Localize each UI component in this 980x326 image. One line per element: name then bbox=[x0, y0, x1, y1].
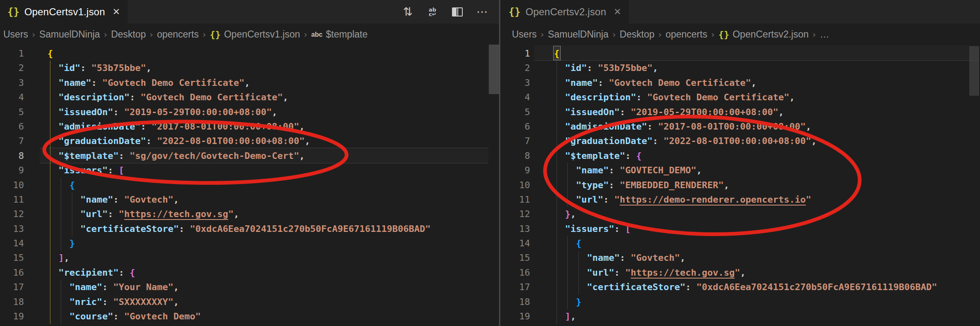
indent-guide bbox=[557, 61, 557, 324]
vertical-scrollbar[interactable] bbox=[969, 46, 979, 96]
code-line: } bbox=[554, 295, 980, 309]
code-line: "$template": { bbox=[554, 149, 980, 163]
breadcrumb-separator-icon: › bbox=[150, 29, 153, 40]
code-line: "name": "GOVTECH_DEMO", bbox=[554, 163, 980, 177]
breadcrumb-item[interactable]: {}OpenCertsv2.json bbox=[718, 29, 809, 40]
tab-bar-left: {} OpenCertsv1.json ✕ ⇅ abc↵ ⋯ bbox=[0, 0, 500, 24]
code-line: "description": "Govtech Demo Certificate… bbox=[554, 90, 980, 104]
breadcrumb-label: SamuelDNinja bbox=[548, 29, 609, 40]
code-line: { bbox=[554, 46, 980, 61]
json-file-icon: {} bbox=[7, 6, 19, 18]
tab-title: OpenCertsv1.json bbox=[24, 6, 105, 18]
breadcrumb-item[interactable]: Desktop bbox=[620, 29, 654, 40]
code-line: "issuedOn": "2019-05-29T00:00:00+08:00", bbox=[48, 105, 500, 119]
link-text[interactable]: https://tech.gov.sg bbox=[124, 209, 228, 219]
editor-pane-left: {} OpenCertsv1.json ✕ ⇅ abc↵ ⋯ Users›Sam… bbox=[0, 0, 500, 326]
split-editor-icon[interactable] bbox=[450, 5, 464, 19]
indent-guide bbox=[61, 178, 61, 251]
code-lines: { "id": "53b75bbe", "name": "Govtech Dem… bbox=[0, 46, 500, 324]
code-line: "url": "https://tech.gov.sg", bbox=[48, 207, 500, 221]
code-line: "name": "Govtech", bbox=[48, 192, 500, 207]
code-line: "type": "EMBEDDED_RENDERER", bbox=[554, 178, 980, 192]
code-line: "course": "Govtech Demo" bbox=[48, 309, 500, 324]
code-line: } bbox=[48, 236, 500, 250]
code-line: "id": "53b75bbe", bbox=[48, 61, 500, 75]
code-line: }, bbox=[554, 207, 980, 221]
code-line: "nric": "SXXXXXXXY", bbox=[48, 295, 500, 309]
code-line: "recipient": { bbox=[48, 265, 500, 280]
code-editor-left[interactable]: 12345678910111213141516171819 { "id": "5… bbox=[0, 45, 500, 326]
breadcrumb-label: Desktop bbox=[111, 29, 146, 40]
breadcrumb-left[interactable]: Users›SamuelDNinja›Desktop›opencerts›{}O… bbox=[0, 24, 500, 45]
indent-guide bbox=[567, 163, 568, 207]
code-line: ], bbox=[48, 250, 500, 265]
indent-guide bbox=[50, 61, 50, 324]
symbol-string-icon: abc bbox=[311, 31, 323, 38]
breadcrumb-label: opencerts bbox=[666, 29, 707, 40]
editor-split-sash[interactable] bbox=[499, 0, 500, 326]
breadcrumb-item[interactable]: SamuelDNinja bbox=[39, 29, 100, 40]
code-line: "description": "Govtech Demo Certificate… bbox=[48, 90, 500, 104]
code-line: "certificateStore": "0xdcA6Eea7024151c27… bbox=[48, 222, 500, 236]
breadcrumb-item[interactable]: Users bbox=[3, 29, 28, 40]
breadcrumb-item[interactable]: opencerts bbox=[157, 29, 199, 40]
indent-guide bbox=[578, 251, 579, 295]
breadcrumb-item[interactable]: {}OpenCertsv1.json bbox=[210, 29, 300, 40]
json-braces-icon: {} bbox=[718, 29, 730, 40]
code-line: "$template": "sg/gov/tech/Govtech-Demo-C… bbox=[48, 149, 500, 163]
link-text[interactable]: https://demo-renderer.opencerts.io bbox=[620, 194, 806, 205]
code-line: "url": "https://demo-renderer.opencerts.… bbox=[554, 192, 980, 207]
code-line: ], bbox=[554, 309, 980, 324]
code-line: "name": "Govtech Demo Certificate", bbox=[48, 76, 500, 90]
code-line: "admissionDate": "2017-08-01T00:00:00+08… bbox=[48, 119, 500, 134]
code-line: "name": "Govtech", bbox=[554, 250, 980, 265]
json-braces-icon: {} bbox=[210, 29, 221, 40]
tab-opencertsv2[interactable]: {} OpenCertsv2.json ✕ bbox=[501, 0, 629, 24]
code-line: "name": "Your Name", bbox=[48, 280, 500, 294]
code-line: { bbox=[554, 236, 980, 250]
breadcrumb-separator-icon: › bbox=[612, 29, 616, 40]
breadcrumb-separator-icon: › bbox=[202, 29, 206, 40]
vertical-scrollbar[interactable] bbox=[489, 45, 499, 94]
code-line: "certificateStore": "0xdcA6Eea7024151c27… bbox=[554, 280, 980, 294]
json-file-icon: {} bbox=[509, 6, 521, 18]
breadcrumb-separator-icon: › bbox=[104, 29, 107, 40]
breadcrumb-item[interactable]: Users bbox=[512, 29, 537, 40]
spell-check-icon[interactable]: abc↵ bbox=[426, 5, 440, 19]
breadcrumb-item[interactable]: … bbox=[820, 29, 829, 40]
code-line: "issuers": [ bbox=[554, 222, 980, 236]
breadcrumb-separator-icon: › bbox=[711, 29, 715, 40]
breadcrumb-separator-icon: › bbox=[540, 29, 544, 40]
breadcrumb-separator-icon: › bbox=[32, 29, 36, 40]
tab-title: OpenCertsv2.json bbox=[526, 6, 606, 18]
link-text[interactable]: https://tech.gov.sg bbox=[630, 267, 735, 278]
breadcrumb-label: Desktop bbox=[620, 29, 654, 40]
code-line: "name": "Govtech Demo Certificate", bbox=[554, 76, 980, 90]
code-editor-right[interactable]: 12345678910111213141516171819 { "id": "5… bbox=[501, 45, 980, 326]
breadcrumb-label: Users bbox=[512, 29, 537, 40]
breadcrumb-label: opencerts bbox=[157, 29, 199, 40]
code-lines: { "id": "53b75bbe", "name": "Govtech Dem… bbox=[501, 46, 980, 324]
close-tab-icon[interactable]: ✕ bbox=[614, 7, 621, 17]
code-line: "graduationDate": "2022-08-01T00:00:00+0… bbox=[48, 134, 500, 148]
breadcrumb-item[interactable]: SamuelDNinja bbox=[548, 29, 609, 40]
indent-guide bbox=[61, 280, 61, 324]
breadcrumb-right[interactable]: Users›SamuelDNinja›Desktop›opencerts›{}O… bbox=[501, 24, 980, 45]
breadcrumb-label: … bbox=[820, 29, 829, 40]
code-line: { bbox=[48, 46, 500, 61]
breadcrumb-separator-icon: › bbox=[304, 29, 307, 40]
breadcrumb-label: $template bbox=[326, 29, 368, 40]
breadcrumb-separator-icon: › bbox=[812, 29, 816, 40]
tab-opencertsv1[interactable]: {} OpenCertsv1.json ✕ bbox=[0, 0, 128, 24]
editor-actions: ⇅ abc↵ ⋯ bbox=[401, 0, 500, 24]
breadcrumb-label: OpenCertsv1.json bbox=[224, 29, 300, 40]
code-line: "issuedOn": "2019-05-29T00:00:00+08:00", bbox=[554, 105, 980, 119]
code-line: "url": "https://tech.gov.sg", bbox=[554, 265, 980, 280]
breadcrumb-item[interactable]: Desktop bbox=[111, 29, 146, 40]
breadcrumb-item[interactable]: opencerts bbox=[666, 29, 707, 40]
breadcrumb-item[interactable]: abc$template bbox=[311, 29, 368, 40]
more-actions-icon[interactable]: ⋯ bbox=[475, 5, 489, 19]
breadcrumb-label: SamuelDNinja bbox=[39, 29, 100, 40]
open-changes-icon[interactable]: ⇅ bbox=[401, 5, 415, 19]
close-tab-icon[interactable]: ✕ bbox=[112, 7, 120, 17]
